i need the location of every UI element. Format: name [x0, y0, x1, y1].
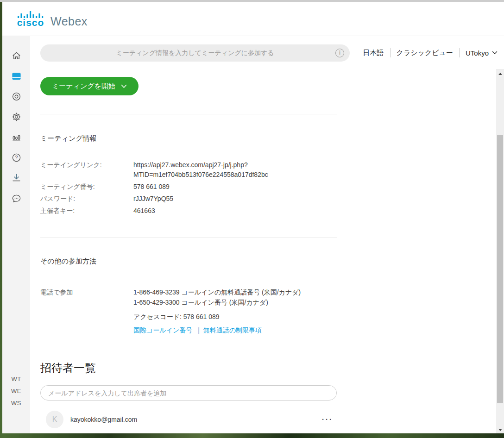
sidebar-item-settings[interactable]	[6, 106, 26, 127]
scroll-down-button[interactable]	[496, 426, 504, 433]
meeting-link-label: ミーテイングリンク:	[40, 160, 133, 180]
scrollbar-thumb[interactable]	[497, 135, 503, 403]
password-row: パスワード: rJJJw7YpQ55	[40, 194, 337, 204]
space-label-wt[interactable]: WT	[11, 373, 21, 385]
sidebar-item-feedback[interactable]	[6, 188, 26, 208]
host-key-value: 461663	[133, 206, 155, 216]
divider	[40, 114, 337, 114]
toll-free-restrictions-link[interactable]: 無料通話の制限事項	[203, 326, 262, 334]
scrollable-page: ミーティングを開始 ミーティング情報 ミーテイングリンク: ht	[30, 69, 504, 433]
join-meeting-search: i	[40, 44, 350, 62]
invitees-title: 招待者一覧	[40, 361, 337, 375]
sidebar-item-help[interactable]: ?	[6, 147, 26, 168]
webex-wordmark: Webex	[50, 16, 88, 27]
call-in-links: 国際コールイン番号 | 無料通話の制限事項	[133, 325, 301, 335]
left-nav-sidebar: ? WT WE WS	[2, 36, 30, 433]
main-content: i 日本語 クラシックビュー UTokyo	[30, 36, 504, 433]
meeting-number-value: 578 661 089	[133, 182, 170, 192]
add-attendee-input[interactable]	[40, 385, 337, 400]
meeting-number-label: ミーティング番号:	[40, 182, 133, 192]
avatar: K	[46, 411, 63, 428]
meeting-info-title: ミーティング情報	[40, 134, 337, 143]
invitee-more-menu-icon[interactable]: ···	[322, 417, 333, 422]
account-menu[interactable]: UTokyo	[466, 49, 498, 57]
host-key-row: 主催者キー: 461663	[40, 206, 337, 216]
settings-gear-icon	[11, 112, 22, 122]
sidebar-item-home[interactable]	[6, 45, 26, 66]
recordings-icon	[11, 91, 22, 102]
account-name: UTokyo	[466, 49, 489, 57]
start-meeting-button[interactable]: ミーティングを開始	[40, 77, 139, 95]
meetings-calendar-icon	[11, 71, 22, 81]
page-body: ミーティングを開始 ミーティング情報 ミーテイングリンク: ht	[30, 69, 496, 433]
start-meeting-label: ミーティングを開始	[52, 82, 115, 91]
join-meeting-input[interactable]	[40, 44, 350, 62]
meeting-link-line1[interactable]: https://apj27.webex.com/apj27-jp/j.php?	[133, 160, 268, 170]
sidebar-item-downloads[interactable]	[6, 168, 26, 188]
global-call-in-link[interactable]: 国際コールイン番号	[133, 326, 192, 334]
access-code: アクセスコード: 578 661 089	[133, 312, 301, 322]
info-icon[interactable]: i	[335, 49, 344, 57]
window-top-edge	[0, 0, 504, 2]
downloads-icon	[11, 173, 22, 183]
cisco-logo: cisco	[17, 11, 44, 27]
topbar-links: 日本語 クラシックビュー UTokyo	[363, 48, 498, 57]
vertical-scrollbar[interactable]	[496, 69, 504, 433]
toll-free-number-line: 1-866-469-3239 コールインの無料通話番号 (米国/カナダ)	[133, 287, 301, 297]
host-key-label: 主催者キー:	[40, 206, 133, 216]
language-link[interactable]: 日本語	[363, 49, 384, 57]
feedback-bubble-icon	[11, 193, 22, 204]
meeting-link-line2[interactable]: MTID=m1ef704bb513f076e224558a017df82bc	[133, 170, 268, 180]
sidebar-item-meetings[interactable]	[6, 66, 26, 86]
meeting-link-row: ミーテイングリンク: https://apj27.webex.com/apj27…	[40, 160, 337, 180]
webex-app-window: cisco Webex	[2, 2, 504, 433]
password-label: パスワード:	[40, 194, 133, 204]
meeting-link-value: https://apj27.webex.com/apj27-jp/j.php? …	[133, 160, 268, 180]
link-separator: |	[198, 326, 200, 334]
password-value: rJJJw7YpQ55	[133, 194, 173, 204]
triangle-down-icon	[498, 429, 502, 431]
insights-chart-icon	[11, 132, 22, 143]
invitee-email: kayokokko@gmail.com	[70, 416, 137, 423]
space-label-we[interactable]: WE	[11, 385, 21, 397]
cisco-wordmark: cisco	[17, 18, 44, 27]
help-icon: ?	[11, 152, 22, 163]
sidebar-space-labels: WT WE WS	[11, 373, 21, 409]
sidebar-item-recordings[interactable]	[6, 86, 26, 106]
classic-view-link[interactable]: クラシックビュー	[397, 49, 453, 57]
app-header: cisco Webex	[2, 2, 504, 36]
join-by-phone-label: 電話で参加	[40, 287, 133, 335]
home-icon	[11, 50, 22, 61]
space-label-ws[interactable]: WS	[11, 397, 21, 409]
toll-number-line: 1-650-429-3300 コールイン番号 (米国/カナダ)	[133, 297, 301, 307]
join-by-phone-details: 1-866-469-3239 コールインの無料通話番号 (米国/カナダ) 1-6…	[133, 287, 301, 335]
separator	[459, 48, 460, 57]
other-ways-title: その他の参加方法	[40, 257, 337, 266]
invitee-list-item: K kayokokko@gmail.com ···	[40, 411, 337, 428]
join-by-phone-row: 電話で参加 1-866-469-3239 コールインの無料通話番号 (米国/カナ…	[40, 287, 337, 335]
meeting-number-row: ミーティング番号: 578 661 089	[40, 182, 337, 192]
separator	[390, 48, 391, 57]
svg-text:?: ?	[15, 155, 18, 160]
meeting-info-rows: ミーテイングリンク: https://apj27.webex.com/apj27…	[40, 160, 337, 216]
chevron-down-icon	[492, 51, 498, 55]
divider	[40, 237, 337, 238]
content-topbar: i 日本語 クラシックビュー UTokyo	[30, 36, 504, 69]
chevron-down-icon	[121, 84, 127, 88]
cisco-webex-logo: cisco Webex	[17, 11, 88, 27]
scroll-up-button[interactable]	[496, 70, 504, 77]
sidebar-item-insights[interactable]	[6, 127, 26, 147]
triangle-up-icon	[498, 73, 502, 75]
